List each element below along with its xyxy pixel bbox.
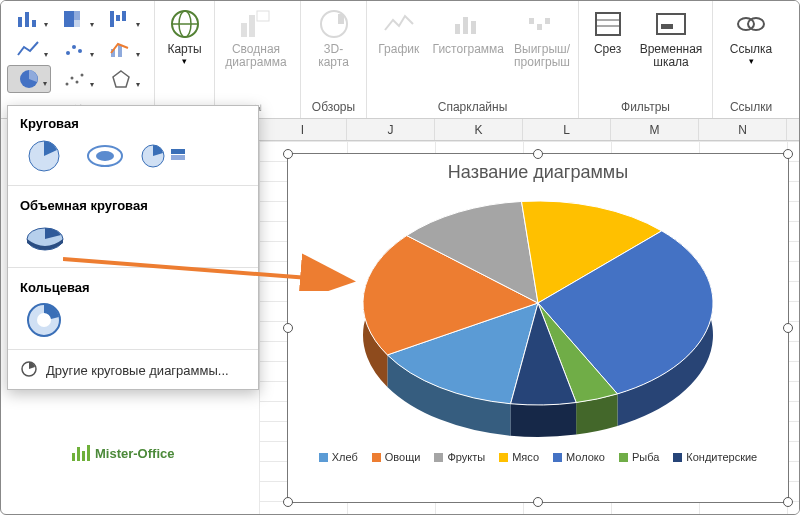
link-icon: [734, 7, 768, 41]
dropdown-section-title: Объемная круговая: [8, 188, 258, 219]
dropdown-section-title: Кольцевая: [8, 270, 258, 301]
svg-point-18: [81, 74, 84, 77]
map3d-label: 3D- карта: [318, 43, 349, 69]
column-header[interactable]: K: [435, 119, 523, 140]
pie-icon: [20, 360, 38, 381]
column-header[interactable]: J: [347, 119, 435, 140]
svg-rect-8: [122, 11, 126, 21]
svg-point-15: [66, 83, 69, 86]
legend-item[interactable]: Молоко: [553, 451, 605, 463]
link-button[interactable]: Ссылка▾: [719, 5, 783, 68]
svg-point-26: [321, 11, 347, 37]
column-header[interactable]: M: [611, 119, 699, 140]
pie-3d-option[interactable]: [20, 219, 70, 257]
svg-rect-45: [171, 149, 185, 154]
globe3d-icon: [317, 7, 351, 41]
svg-rect-27: [338, 14, 344, 24]
legend-swatch: [673, 453, 682, 462]
legend-swatch: [499, 453, 508, 462]
svg-point-9: [66, 51, 70, 55]
insert-radar-chart-button[interactable]: ▾: [99, 65, 143, 93]
pivotchart-icon: [239, 7, 273, 41]
insert-column-chart-button[interactable]: ▾: [7, 5, 51, 33]
pie-exploded-option[interactable]: [80, 137, 130, 175]
svg-rect-5: [74, 20, 80, 27]
svg-point-16: [71, 77, 74, 80]
resize-handle[interactable]: [783, 497, 793, 507]
doughnut-option[interactable]: [20, 301, 70, 339]
legend-swatch: [319, 453, 328, 462]
svg-point-10: [72, 45, 76, 49]
legend-label: Рыба: [632, 451, 659, 463]
insert-combo-chart-button[interactable]: ▾: [99, 35, 143, 63]
svg-rect-29: [463, 17, 468, 34]
resize-handle[interactable]: [533, 497, 543, 507]
pie-chart-dropdown: Круговая Объемная круговая Кольцевая Дру…: [7, 105, 259, 390]
insert-scatter-chart-button[interactable]: ▾: [53, 65, 97, 93]
insert-hierarchy-chart-button[interactable]: ▾: [53, 5, 97, 33]
sparkline-winloss-button: Выигрыш/ проигрыш: [512, 5, 572, 71]
sparkline-column-button: Гистограмма: [431, 5, 506, 58]
insert-statistic-chart-button[interactable]: ▾: [53, 35, 97, 63]
pivotchart-button: Сводная диаграмма: [221, 5, 291, 71]
svg-rect-30: [471, 21, 476, 34]
filters-group-label: Фильтры: [585, 98, 706, 118]
group-sparklines: График Гистограмма Выигрыш/ проигрыш Спа…: [367, 1, 579, 118]
resize-handle[interactable]: [283, 497, 293, 507]
svg-point-40: [748, 18, 764, 30]
legend-item[interactable]: Хлеб: [319, 451, 358, 463]
legend-item[interactable]: Фрукты: [434, 451, 485, 463]
svg-rect-24: [249, 15, 255, 37]
column-header[interactable]: I: [259, 119, 347, 140]
insert-pie-chart-button[interactable]: ▾: [7, 65, 51, 93]
resize-handle[interactable]: [283, 323, 293, 333]
group-tours: 3D- карта Обзоры: [301, 1, 367, 118]
legend-item[interactable]: Овощи: [372, 451, 421, 463]
svg-rect-1: [25, 12, 29, 27]
legend-item[interactable]: Рыба: [619, 451, 659, 463]
svg-marker-19: [113, 71, 129, 87]
insert-waterfall-chart-button[interactable]: ▾: [99, 5, 143, 33]
column-header[interactable]: L: [523, 119, 611, 140]
insert-line-chart-button[interactable]: ▾: [7, 35, 51, 63]
chart-object[interactable]: Название диаграммы ХлебОвощиФруктыМясоМо…: [287, 153, 789, 503]
legend-item[interactable]: Кондитерские: [673, 451, 757, 463]
maps-button[interactable]: Карты▾: [161, 5, 208, 68]
sparklines-group-label: Спарклайны: [373, 98, 572, 118]
legend-label: Кондитерские: [686, 451, 757, 463]
more-pie-charts-button[interactable]: Другие круговые диаграммы...: [8, 352, 258, 389]
maps-label: Карты: [167, 43, 201, 56]
globe-icon: [168, 7, 202, 41]
svg-point-17: [76, 81, 79, 84]
svg-rect-3: [64, 11, 74, 27]
group-links: Ссылка▾ Ссылки: [713, 1, 789, 118]
group-charts: ▾ ▾ ▾ ▾ ▾ ▾ ▾ ▾ ▾ ⇲: [1, 1, 155, 118]
resize-handle[interactable]: [783, 149, 793, 159]
legend-swatch: [372, 453, 381, 462]
legend-item[interactable]: Мясо: [499, 451, 539, 463]
pie-2d-option[interactable]: [20, 137, 70, 175]
svg-point-11: [78, 49, 82, 53]
svg-rect-25: [257, 11, 269, 21]
legend-swatch: [619, 453, 628, 462]
sparkline-line-button: График: [373, 5, 425, 58]
group-maps: Карты▾: [155, 1, 215, 118]
pie-of-pie-option[interactable]: [140, 137, 190, 175]
legend-label: Хлеб: [332, 451, 358, 463]
column-header[interactable]: N: [699, 119, 787, 140]
timeline-button[interactable]: Временная шкала: [636, 5, 706, 71]
svg-rect-6: [110, 11, 114, 27]
slicer-button[interactable]: Срез: [585, 5, 630, 58]
svg-point-43: [96, 151, 114, 161]
svg-rect-31: [529, 18, 534, 24]
chart-plot-area[interactable]: [288, 185, 788, 447]
svg-rect-4: [74, 11, 80, 20]
resize-handle[interactable]: [783, 323, 793, 333]
group-filters: Срез Временная шкала Фильтры: [579, 1, 713, 118]
chart-legend[interactable]: ХлебОвощиФруктыМясоМолокоРыбаКондитерски…: [288, 451, 788, 463]
resize-handle[interactable]: [533, 149, 543, 159]
resize-handle[interactable]: [283, 149, 293, 159]
watermark: Mister-Office: [71, 445, 174, 461]
svg-rect-38: [661, 24, 673, 29]
svg-rect-46: [171, 155, 185, 160]
